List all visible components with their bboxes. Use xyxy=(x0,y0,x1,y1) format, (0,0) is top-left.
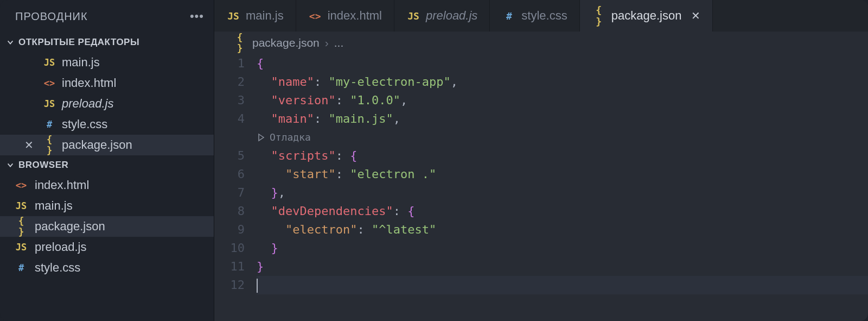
open-editors-section-header[interactable]: ОТКРЫТЫЕ РЕДАКТОРЫ xyxy=(0,33,214,52)
close-icon[interactable]: ✕ xyxy=(24,139,34,152)
json-icon: { } xyxy=(233,32,247,54)
json-icon: { } xyxy=(592,4,606,27)
line-number: 10 xyxy=(214,239,245,257)
line-number: 5 xyxy=(214,147,245,165)
explorer-file-item[interactable]: { }package.json xyxy=(0,216,214,237)
open-editors-list: JSmain.js<>index.htmlJSpreload.js#style.… xyxy=(0,52,214,155)
editor-tab[interactable]: JSmain.js xyxy=(214,0,296,32)
codelens-label: Отладка xyxy=(270,128,311,147)
line-number: 9 xyxy=(214,221,245,239)
css-icon: # xyxy=(42,119,56,130)
tab-label: preload.js xyxy=(426,9,477,23)
file-name: main.js xyxy=(35,199,73,213)
line-number: 3 xyxy=(214,91,245,110)
js-icon: JS xyxy=(42,98,56,109)
html-icon: <> xyxy=(308,10,322,22)
file-name: index.html xyxy=(35,178,89,192)
play-icon xyxy=(257,133,265,142)
line-number: 12 xyxy=(214,276,245,294)
tab-label: index.html xyxy=(328,9,382,23)
file-name: style.css xyxy=(35,261,80,275)
file-name: package.json xyxy=(62,138,132,152)
html-icon: <> xyxy=(14,180,28,191)
file-name: preload.js xyxy=(35,240,86,254)
open-editor-item[interactable]: JSpreload.js xyxy=(0,93,214,114)
css-icon: # xyxy=(14,262,28,273)
tab-label: main.js xyxy=(246,9,284,23)
open-editor-item[interactable]: JSmain.js xyxy=(0,52,214,73)
code-content[interactable]: { "name": "my-electron-app", "version": … xyxy=(257,54,868,321)
codelens-debug[interactable]: Отладка xyxy=(257,128,868,147)
open-editor-item[interactable]: ✕{ }package.json xyxy=(0,135,214,155)
editor-area: JSmain.js<>index.htmlJSpreload.js#style.… xyxy=(214,0,868,321)
html-icon: <> xyxy=(42,78,56,89)
file-name: style.css xyxy=(62,117,107,131)
explorer-header: ПРОВОДНИК ••• xyxy=(0,0,214,33)
file-name: main.js xyxy=(62,55,100,70)
line-number: 6 xyxy=(214,165,245,184)
line-gutter: 123456789101112 xyxy=(214,54,257,321)
browser-list: <>index.htmlJSmain.js{ }package.jsonJSpr… xyxy=(0,175,214,278)
file-name: preload.js xyxy=(62,97,113,111)
json-icon: { } xyxy=(14,216,28,237)
json-icon: { } xyxy=(42,134,56,156)
browser-label: BROWSER xyxy=(18,160,68,171)
tab-label: style.css xyxy=(521,9,567,23)
line-number: 1 xyxy=(214,54,245,73)
js-icon: JS xyxy=(14,200,28,211)
editor-tab[interactable]: { }package.json✕ xyxy=(580,0,713,32)
chevron-down-icon xyxy=(7,161,14,169)
code-editor[interactable]: 123456789101112 { "name": "my-electron-a… xyxy=(214,54,868,321)
chevron-right-icon: › xyxy=(325,36,329,49)
breadcrumb-rest: ... xyxy=(334,36,344,49)
explorer-file-item[interactable]: JSmain.js xyxy=(0,196,214,216)
explorer-file-item[interactable]: <>index.html xyxy=(0,175,214,196)
more-icon[interactable]: ••• xyxy=(190,9,204,23)
line-number: 4 xyxy=(214,110,245,128)
chevron-down-icon xyxy=(7,39,14,46)
breadcrumb-file: package.json xyxy=(252,36,320,49)
js-icon: JS xyxy=(14,242,28,253)
tabbar: JSmain.js<>index.htmlJSpreload.js#style.… xyxy=(214,0,868,32)
file-name: index.html xyxy=(62,76,116,90)
js-icon: JS xyxy=(226,10,240,22)
browser-section-header[interactable]: BROWSER xyxy=(0,155,214,175)
editor-tab[interactable]: JSpreload.js xyxy=(394,0,490,32)
editor-tab[interactable]: #style.css xyxy=(490,0,579,32)
line-number: 7 xyxy=(214,184,245,202)
css-icon: # xyxy=(502,10,516,22)
explorer-sidebar: ПРОВОДНИК ••• ОТКРЫТЫЕ РЕДАКТОРЫ JSmain.… xyxy=(0,0,214,321)
open-editor-item[interactable]: <>index.html xyxy=(0,73,214,93)
line-number: 8 xyxy=(214,202,245,221)
breadcrumb[interactable]: { } package.json › ... xyxy=(214,32,868,54)
open-editor-item[interactable]: #style.css xyxy=(0,114,214,135)
tab-label: package.json xyxy=(611,9,682,23)
js-icon: JS xyxy=(42,57,56,68)
open-editors-label: ОТКРЫТЫЕ РЕДАКТОРЫ xyxy=(18,37,139,48)
text-cursor xyxy=(257,279,258,293)
js-icon: JS xyxy=(406,10,420,22)
line-number: 2 xyxy=(214,73,245,91)
explorer-file-item[interactable]: #style.css xyxy=(0,257,214,278)
explorer-file-item[interactable]: JSpreload.js xyxy=(0,237,214,257)
file-name: package.json xyxy=(35,219,105,234)
close-icon[interactable]: ✕ xyxy=(691,9,700,22)
explorer-title: ПРОВОДНИК xyxy=(15,10,88,23)
editor-tab[interactable]: <>index.html xyxy=(296,0,394,32)
line-number: 11 xyxy=(214,257,245,276)
